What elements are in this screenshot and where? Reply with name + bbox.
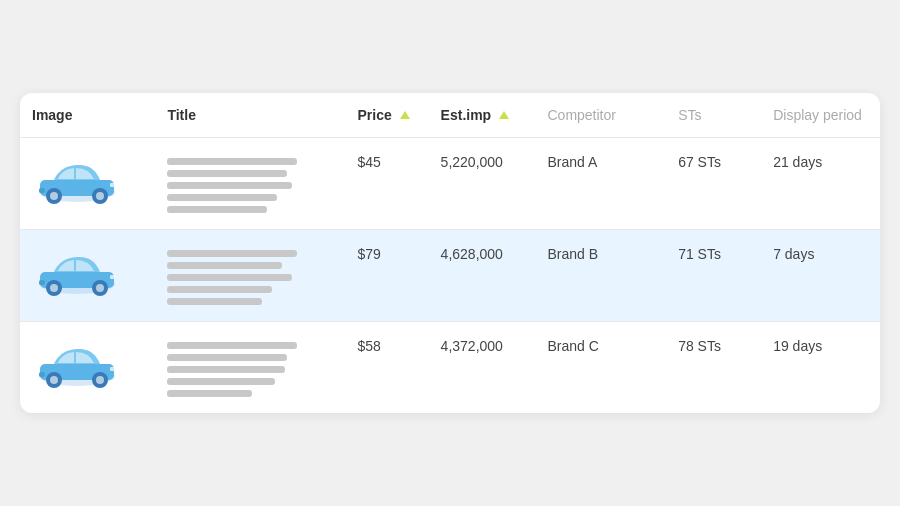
svg-point-19 bbox=[50, 376, 58, 384]
table-row: $58 4,372,000 Brand C 78 STs 19 days bbox=[20, 322, 880, 414]
text-line bbox=[167, 250, 297, 257]
row1-estimp: 5,220,000 bbox=[429, 138, 536, 230]
table-row: $45 5,220,000 Brand A 67 STs 21 days bbox=[20, 138, 880, 230]
row3-title-cell bbox=[155, 322, 345, 414]
table-header-row: Image Title Price Est.imp Competitor STs… bbox=[20, 93, 880, 138]
text-line bbox=[167, 366, 285, 373]
row2-sts: 71 STs bbox=[666, 230, 761, 322]
text-line bbox=[167, 286, 272, 293]
row1-text-lines bbox=[167, 154, 333, 213]
row3-competitor: Brand C bbox=[535, 322, 666, 414]
col-header-estimp[interactable]: Est.imp bbox=[429, 93, 536, 138]
svg-point-21 bbox=[96, 376, 104, 384]
col-header-price[interactable]: Price bbox=[345, 93, 428, 138]
text-line bbox=[167, 390, 252, 397]
row2-image-cell bbox=[20, 230, 155, 322]
car-icon bbox=[32, 154, 122, 209]
svg-rect-22 bbox=[110, 367, 115, 371]
row2-price: $79 bbox=[345, 230, 428, 322]
svg-point-13 bbox=[96, 284, 104, 292]
table-row: $79 4,628,000 Brand B 71 STs 7 days bbox=[20, 230, 880, 322]
text-line bbox=[167, 274, 292, 281]
price-sort-icon bbox=[400, 111, 410, 119]
row2-text-lines bbox=[167, 246, 333, 305]
text-line bbox=[167, 378, 275, 385]
svg-rect-23 bbox=[39, 372, 45, 377]
svg-rect-15 bbox=[39, 280, 45, 285]
text-line bbox=[167, 194, 277, 201]
text-line bbox=[167, 262, 282, 269]
text-line bbox=[167, 182, 292, 189]
svg-rect-7 bbox=[39, 188, 45, 193]
row2-estimp: 4,628,000 bbox=[429, 230, 536, 322]
row1-image-cell bbox=[20, 138, 155, 230]
row3-price: $58 bbox=[345, 322, 428, 414]
text-line bbox=[167, 298, 262, 305]
row3-estimp: 4,372,000 bbox=[429, 322, 536, 414]
row1-competitor: Brand A bbox=[535, 138, 666, 230]
svg-point-3 bbox=[50, 192, 58, 200]
svg-point-11 bbox=[50, 284, 58, 292]
row3-text-lines bbox=[167, 338, 333, 397]
col-header-title: Title bbox=[155, 93, 345, 138]
svg-rect-14 bbox=[110, 275, 115, 279]
row3-sts: 78 STs bbox=[666, 322, 761, 414]
car-icon bbox=[32, 338, 122, 393]
col-header-image: Image bbox=[20, 93, 155, 138]
row3-image-cell bbox=[20, 322, 155, 414]
text-line bbox=[167, 170, 287, 177]
col-header-display-period: Display period bbox=[761, 93, 880, 138]
text-line bbox=[167, 206, 267, 213]
row2-display-period: 7 days bbox=[761, 230, 880, 322]
row1-display-period: 21 days bbox=[761, 138, 880, 230]
svg-rect-6 bbox=[110, 183, 115, 187]
row1-price: $45 bbox=[345, 138, 428, 230]
svg-point-5 bbox=[96, 192, 104, 200]
data-table: Image Title Price Est.imp Competitor STs… bbox=[20, 93, 880, 413]
col-header-sts: STs bbox=[666, 93, 761, 138]
main-table-container: Image Title Price Est.imp Competitor STs… bbox=[20, 93, 880, 413]
row2-competitor: Brand B bbox=[535, 230, 666, 322]
row1-sts: 67 STs bbox=[666, 138, 761, 230]
text-line bbox=[167, 342, 297, 349]
text-line bbox=[167, 354, 287, 361]
row3-display-period: 19 days bbox=[761, 322, 880, 414]
col-header-competitor: Competitor bbox=[535, 93, 666, 138]
estimp-sort-icon bbox=[499, 111, 509, 119]
text-line bbox=[167, 158, 297, 165]
car-icon bbox=[32, 246, 122, 301]
row2-title-cell bbox=[155, 230, 345, 322]
row1-title-cell bbox=[155, 138, 345, 230]
